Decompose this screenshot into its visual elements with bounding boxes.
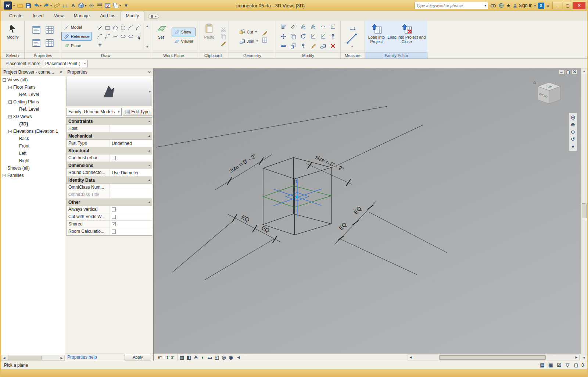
cut-with-voids-w-value[interactable]: [110, 213, 152, 220]
host-value[interactable]: [110, 125, 152, 132]
scroll-left-icon[interactable]: ◀: [1, 356, 7, 360]
unpin-icon[interactable]: [298, 41, 308, 51]
search-input[interactable]: [416, 3, 484, 8]
set-work-plane-button[interactable]: Set: [152, 22, 170, 51]
load-into-project-and-close-button[interactable]: Load into Project and Close: [388, 22, 426, 51]
ellipse-tool-icon[interactable]: [119, 32, 127, 41]
move-icon[interactable]: [279, 32, 288, 41]
join-geometry-icon[interactable]: [318, 41, 328, 51]
pin-icon[interactable]: [328, 32, 338, 41]
room-calculatio-value[interactable]: [110, 228, 152, 235]
zoom-out-icon[interactable]: ⊖: [569, 128, 577, 135]
type-preview-caret-icon[interactable]: ▾: [149, 90, 151, 93]
model-line-button[interactable]: Model: [61, 23, 92, 32]
canvas-hscroll-thumb[interactable]: [439, 355, 546, 360]
tab-add-ins[interactable]: Add-Ins: [95, 11, 120, 21]
rotate-icon[interactable]: [298, 32, 308, 41]
dimension-tool-icon[interactable]: [350, 25, 356, 31]
placement-plane-select[interactable]: Placement Point ( ▾: [43, 60, 88, 67]
array-icon[interactable]: [279, 41, 288, 51]
text-icon[interactable]: A: [69, 1, 77, 10]
viewbar-collapse-icon[interactable]: ◀: [235, 354, 242, 361]
tree-expander-icon[interactable]: −: [3, 78, 6, 82]
modify-tool-button[interactable]: Modify: [3, 22, 22, 51]
tree-expander-icon[interactable]: −: [8, 115, 12, 118]
round-connecto-value[interactable]: Use Diameter: [110, 169, 152, 176]
part-type-value[interactable]: Undefined: [110, 140, 152, 147]
view-close-icon[interactable]: ✕: [572, 70, 577, 74]
default-3d-view-icon[interactable]: ▾: [77, 1, 87, 10]
vscroll-thumb[interactable]: [582, 203, 587, 218]
measure-icon[interactable]: [53, 1, 61, 10]
cut-with-voids-w-checkbox[interactable]: [112, 215, 116, 219]
reference-line-button[interactable]: Reference: [61, 32, 92, 41]
show-work-plane-button[interactable]: Show: [172, 28, 196, 36]
tree-item-elevations-elevation-1[interactable]: −Elevations (Elevation 1: [1, 128, 65, 135]
show-crop-icon[interactable]: ◱: [213, 354, 220, 361]
tree-item-right[interactable]: Right: [1, 157, 65, 164]
eq-label-4[interactable]: EQ: [352, 205, 363, 215]
tab-view[interactable]: View: [49, 11, 69, 21]
scroll-up-icon[interactable]: ▲: [581, 68, 587, 74]
room-calculatio-checkbox[interactable]: [112, 230, 116, 234]
design-options-icon[interactable]: ▤: [539, 362, 545, 368]
circle-tool-icon[interactable]: [119, 24, 127, 32]
view-minimize-icon[interactable]: –: [559, 70, 564, 74]
navbar-options-icon[interactable]: ▾: [569, 143, 577, 150]
editable-only-icon[interactable]: ☑: [556, 362, 562, 368]
apply-button[interactable]: Apply: [125, 354, 151, 360]
split-element-icon[interactable]: [318, 22, 328, 32]
pick-lines-icon[interactable]: [135, 32, 142, 41]
save-icon[interactable]: [24, 1, 32, 10]
omniclass-num-value[interactable]: [110, 184, 152, 191]
view-restore-icon[interactable]: ▢: [565, 70, 571, 74]
load-into-project-button[interactable]: Load into Project: [367, 22, 386, 51]
search-icon[interactable]: [490, 3, 496, 8]
collapse-section-icon[interactable]: ▴: [148, 149, 150, 152]
rectangle-tool-icon[interactable]: [104, 24, 111, 32]
shared-value[interactable]: ✓: [110, 221, 152, 228]
drawing-area[interactable]: 1 size = 0' - 2" size = 0' - 2" EQ EQ EQ…: [154, 68, 581, 361]
tree-item-ref-level[interactable]: Ref. Level: [1, 106, 65, 113]
visual-style-icon[interactable]: ◧: [185, 354, 192, 361]
properties-close-icon[interactable]: ✕: [148, 70, 151, 74]
dimension-size-left[interactable]: size = 0' - 2": [228, 153, 258, 174]
tree-item-floor-plans[interactable]: −Floor Plans: [1, 83, 65, 91]
scroll-right-icon[interactable]: ▶: [59, 356, 64, 360]
trim-extend-corner-icon[interactable]: [328, 22, 338, 32]
draw-scroll-down-icon[interactable]: ▾: [145, 45, 149, 49]
exchange-apps-icon[interactable]: X: [538, 3, 544, 9]
steering-wheel-icon[interactable]: ◎: [569, 114, 577, 121]
tree-item-sheets-all[interactable]: Sheets (all): [1, 164, 65, 172]
tree-item-back[interactable]: Back: [1, 135, 65, 142]
tree-expander-icon[interactable]: +: [3, 174, 6, 177]
dimension-size-right[interactable]: size = 0' - 2": [314, 154, 345, 173]
family-parameter-icon[interactable]: [43, 36, 56, 50]
omniclass-title-value[interactable]: [110, 191, 152, 198]
match-type-icon[interactable]: [220, 40, 226, 46]
scroll-down-icon[interactable]: ▼: [581, 355, 587, 361]
hscroll-thumb[interactable]: [8, 356, 42, 360]
close-button[interactable]: ✕: [573, 2, 585, 9]
detail-level-icon[interactable]: ▤: [178, 354, 185, 361]
align-icon[interactable]: [279, 22, 288, 32]
tangent-arc-icon[interactable]: [96, 32, 104, 41]
open-file-icon[interactable]: [16, 1, 24, 10]
paste-button[interactable]: Paste: [200, 22, 219, 51]
shadows-icon[interactable]: ◐: [199, 354, 206, 361]
cut-geometry-button[interactable]: Cut▾: [237, 28, 260, 36]
close-hidden-windows-icon[interactable]: [104, 1, 112, 10]
draw-scroll-up-icon[interactable]: ▴: [145, 24, 149, 28]
line-tool-icon[interactable]: [96, 24, 104, 32]
temporary-hide-isolate-icon[interactable]: ◎: [220, 354, 227, 361]
view-scale-button[interactable]: 6" = 1'-0": [155, 354, 178, 361]
search-caret-icon[interactable]: ▾: [485, 4, 486, 7]
tab-manage[interactable]: Manage: [69, 11, 95, 21]
viewcube-top-label[interactable]: TOP: [546, 85, 552, 88]
crop-view-icon[interactable]: ▭: [206, 354, 213, 361]
match-properties-icon[interactable]: [308, 41, 318, 51]
pick-to-join-icon[interactable]: [262, 37, 268, 43]
sign-in-button[interactable]: Sign In ▾: [513, 3, 535, 8]
apply-paint-icon[interactable]: [262, 30, 268, 36]
center-ends-arc-icon[interactable]: [135, 24, 142, 32]
